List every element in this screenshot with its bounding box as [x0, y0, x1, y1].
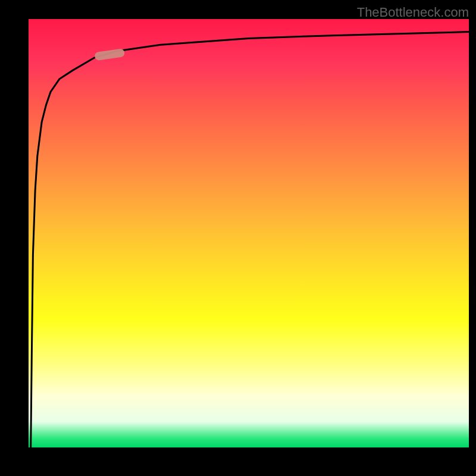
- frame-left: [0, 0, 29, 476]
- watermark-text: TheBottleneck.com: [357, 5, 469, 20]
- y-axis: [26, 19, 29, 447]
- frame-right: [469, 0, 476, 476]
- chart-svg: [29, 19, 469, 447]
- highlight-marker: [94, 48, 125, 61]
- curve-line: [31, 32, 469, 447]
- x-axis: [26, 447, 469, 450]
- frame-bottom: [0, 447, 476, 476]
